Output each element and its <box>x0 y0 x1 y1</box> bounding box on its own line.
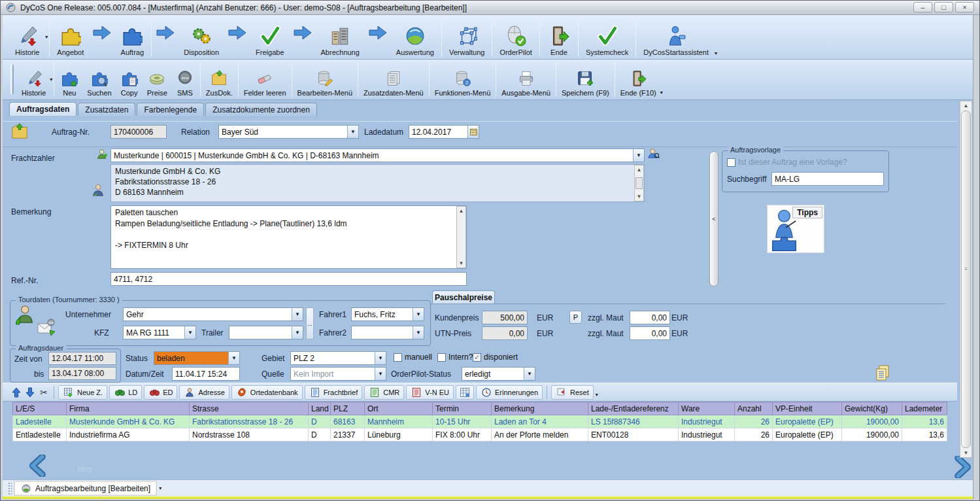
nav-previous-icon[interactable] <box>27 455 50 477</box>
historie-dropdown-arrow-icon[interactable]: ▾ <box>45 34 48 40</box>
toolbar2-ende[interactable]: Ende (F10) <box>617 60 660 99</box>
toolbar2-ausgabe-menu[interactable]: Ausgabe-Menü <box>498 60 554 99</box>
cut-icon[interactable]: ✂ <box>38 387 50 398</box>
table-row-entladestelle[interactable]: Entladestelle Industriefirma AG Nordstra… <box>13 428 947 441</box>
scroll-down-icon[interactable]: ▼ <box>964 449 969 457</box>
main-scrollbar[interactable]: ▲ ≡ ▼ <box>960 101 972 458</box>
col-gewicht[interactable]: Gewicht(Kg) <box>842 402 902 415</box>
toolbar-historie[interactable]: Historie <box>9 15 45 59</box>
toolbar-startassistent[interactable]: DyCosStartassistent <box>637 15 715 59</box>
maximize-button[interactable]: □ <box>934 2 953 12</box>
frachtzahler-combo[interactable]: Musterkunde | 600015 | Musterkunde GmbH … <box>110 148 645 162</box>
chevron-down-icon[interactable]: ▼ <box>375 352 386 364</box>
scroll-up-icon[interactable]: ▲ <box>459 207 464 215</box>
toolbar-ende[interactable]: Ende <box>541 15 577 59</box>
historie2-dropdown-arrow-icon[interactable]: ▾ <box>50 77 52 82</box>
close-button[interactable]: × <box>955 2 974 12</box>
col-firma[interactable]: Firma <box>67 402 190 415</box>
tab-zusatzdaten[interactable]: Zusatzdaten <box>78 103 135 116</box>
unternehmer-combo[interactable]: Gehr▼ <box>123 307 303 321</box>
col-vp-einheit[interactable]: VP-Einheit <box>773 402 842 415</box>
toolbar-disposition[interactable]: Disposition <box>178 15 225 59</box>
reset-button[interactable]: Reset <box>551 385 594 400</box>
intern-checkbox[interactable] <box>437 353 446 362</box>
toolbar2-bearbeiten-menu[interactable]: Bearbeiten-Menü <box>294 60 356 99</box>
scroll-down-icon[interactable]: ▼ <box>637 192 642 201</box>
toolbar-auswertung[interactable]: Auswertung <box>390 15 440 59</box>
gebiet-combo[interactable]: PLZ 2▼ <box>290 351 386 365</box>
tour-more-button[interactable]: ... <box>306 307 314 339</box>
auftrag-nr-field[interactable]: 170400006 <box>110 125 167 139</box>
col-land[interactable]: Land <box>309 402 331 415</box>
ld-button[interactable]: LD <box>109 385 142 400</box>
tab-farbenlegende[interactable]: Farbenlegende <box>137 103 204 116</box>
maut1-field[interactable]: 0,00 <box>630 311 670 324</box>
toolbar-orderpilot[interactable]: OrderPilot <box>494 15 538 59</box>
toolbar-angebot[interactable]: Angebot <box>51 15 90 59</box>
fahrer1-combo[interactable]: Fuchs, Fritz▼ <box>351 307 424 321</box>
toolbar2-funktionen-menu[interactable]: 2 Funktionen-Menü <box>431 60 495 99</box>
ortedatenbank-button[interactable]: Ortedatenbank <box>231 385 303 400</box>
tab-pauschalpreise[interactable]: Pauschalpreise <box>432 290 495 304</box>
toolbar-abrechnung[interactable]: Abrechnung <box>315 15 365 59</box>
calendar-icon[interactable] <box>467 126 479 138</box>
erinnerungen-button[interactable]: Erinnerungen <box>476 385 543 400</box>
col-referenz[interactable]: Lade-/Entladereferenz <box>588 402 679 415</box>
toolbar-freigabe[interactable]: Freigabe <box>250 15 290 59</box>
scroll-down-icon[interactable]: ▼ <box>459 259 464 268</box>
bis-field[interactable]: 13.04.17 08:00 <box>48 367 116 380</box>
chevron-down-icon[interactable]: ▼ <box>524 368 535 380</box>
sms-envelope-icon[interactable]: sms <box>37 318 56 336</box>
chevron-down-icon[interactable]: ▼ <box>413 326 424 339</box>
taskbar-grip[interactable] <box>8 482 12 495</box>
tab-zusatzdokumente[interactable]: Zusatzdokumente zuordnen <box>205 103 317 116</box>
quelle-combo[interactable]: Kein Import▼ <box>290 367 386 381</box>
scroll-up-icon[interactable]: ▲ <box>637 165 642 174</box>
status-combo[interactable]: beladen▼ <box>154 351 240 365</box>
bemerkung-scrollbar[interactable]: ▲ ▼ <box>456 206 466 268</box>
toolbar-auftrag[interactable]: Auftrag <box>114 15 150 59</box>
ladedatum-field[interactable]: 12.04.2017 <box>409 125 479 139</box>
relation-combo[interactable]: Bayer Süd▼ <box>218 125 359 139</box>
ref-nr-field[interactable]: 4711, 4712 <box>110 272 467 286</box>
taskbar-dropdown-arrow-icon[interactable]: ▾ <box>159 485 161 491</box>
chevron-down-icon[interactable]: ▼ <box>347 126 358 138</box>
table-row-ladestelle[interactable]: Ladestelle Musterkunde GmbH & Co. KG Fab… <box>13 415 947 428</box>
chevron-down-icon[interactable]: ▼ <box>633 149 644 162</box>
toolbar2-sms[interactable]: sms SMS <box>171 60 199 99</box>
customer-search-icon[interactable] <box>648 148 660 159</box>
col-bemerkung[interactable]: Bemerkung <box>492 402 588 415</box>
manuell-checkbox[interactable] <box>394 353 402 362</box>
person-add-icon[interactable] <box>96 148 108 159</box>
col-strasse[interactable]: Strasse <box>190 402 309 415</box>
ende-dropdown-arrow-icon[interactable]: ▾ <box>660 90 663 99</box>
toolbar2-copy[interactable]: Copy <box>116 60 143 99</box>
neue-zeile-button[interactable]: Neue Z. <box>58 385 107 400</box>
toolbar2-suchen[interactable]: Suchen <box>83 60 115 99</box>
toolbar2-neu[interactable]: Neu <box>56 60 83 99</box>
col-les[interactable]: L/E/S <box>13 402 67 415</box>
address-scrollbar[interactable]: ▲ ▼ <box>634 165 644 201</box>
chevron-down-icon[interactable]: ▼ <box>228 352 239 364</box>
ed-button[interactable]: ED <box>144 385 177 400</box>
orderpilot-status-combo[interactable]: erledigt▼ <box>462 367 535 381</box>
chevron-down-icon[interactable]: ▼ <box>292 326 303 339</box>
kfz-combo[interactable]: MA RG 1111▼ <box>123 326 196 339</box>
minimize-button[interactable]: – <box>913 2 932 12</box>
scroll-up-icon[interactable]: ▲ <box>964 101 969 110</box>
startassistent-dropdown-arrow-icon[interactable]: ▾ <box>715 50 717 59</box>
toolbar2-historie[interactable]: Historie <box>18 60 50 99</box>
toolbar2-zusatzdaten-menu[interactable]: Zusatzdaten-Menü <box>360 60 428 99</box>
chevron-down-icon[interactable]: ▼ <box>184 326 195 339</box>
contact-person-icon[interactable] <box>92 185 104 196</box>
row-up-icon[interactable] <box>10 387 22 398</box>
tipps-image[interactable]: Tipps <box>767 205 824 253</box>
col-termin[interactable]: Termin <box>433 402 492 415</box>
disponiert-checkbox[interactable]: ✓ <box>473 353 481 362</box>
col-ort[interactable]: Ort <box>365 402 433 415</box>
fahrer2-combo[interactable]: ▼ <box>351 326 424 339</box>
driver-person-icon[interactable] <box>14 306 34 324</box>
col-lademeter[interactable]: Lademeter <box>902 402 947 415</box>
vorlage-checkbox[interactable] <box>727 158 735 167</box>
cmr-button[interactable]: CMR <box>364 385 404 400</box>
